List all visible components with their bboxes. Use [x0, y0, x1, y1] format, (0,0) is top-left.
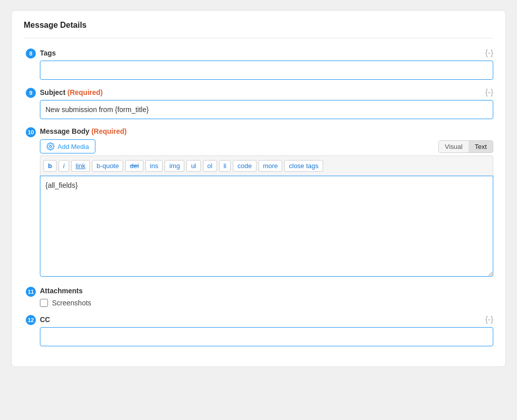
subject-input[interactable] [40, 100, 493, 119]
editor-toolbar-top: Add Media Visual Text [40, 139, 493, 153]
tags-code-icon[interactable]: {-} [485, 48, 493, 58]
tags-section: 8 Tags {-} [40, 48, 493, 80]
step-badge-9: 9 [26, 88, 36, 98]
add-media-button[interactable]: Add Media [40, 139, 95, 153]
cc-label: CC [40, 316, 50, 324]
tags-label: Tags [40, 49, 56, 57]
format-italic-button[interactable]: i [59, 160, 69, 172]
text-view-button[interactable]: Text [469, 141, 493, 152]
format-ins-button[interactable]: ins [145, 160, 163, 172]
attachments-label: Attachments [40, 287, 493, 295]
subject-code-icon[interactable]: {-} [485, 88, 493, 97]
message-body-section: 10 Message Body (Required) Add Media Vis… [40, 127, 493, 279]
tags-input[interactable] [40, 61, 493, 80]
subject-section: 9 Subject (Required) {-} [40, 88, 493, 119]
format-del-button[interactable]: del [125, 160, 143, 172]
format-close-tags-button[interactable]: close tags [284, 160, 323, 172]
message-body-label: Message Body (Required) [40, 127, 127, 135]
subject-label: Subject (Required) [40, 88, 102, 96]
message-body-textarea[interactable]: {all_fields} [40, 176, 493, 277]
screenshots-label: Screenshots [52, 299, 91, 307]
format-ul-button[interactable]: ul [186, 160, 200, 172]
attachments-section: 11 Attachments Screenshots [40, 287, 493, 307]
card-title: Message Details [24, 21, 493, 38]
format-img-button[interactable]: img [165, 160, 184, 172]
step-badge-8: 8 [26, 48, 36, 59]
view-toggle: Visual Text [438, 140, 493, 153]
format-bar: b i link b-quote del ins img ul ol li co… [40, 155, 493, 176]
visual-view-button[interactable]: Visual [439, 141, 469, 152]
screenshots-checkbox[interactable] [40, 299, 48, 307]
step-badge-11: 11 [26, 287, 36, 297]
format-code-button[interactable]: code [233, 160, 256, 172]
step-badge-12: 12 [26, 315, 36, 325]
format-li-button[interactable]: li [219, 160, 231, 172]
format-more-button[interactable]: more [258, 160, 283, 172]
format-bold-button[interactable]: b [43, 160, 57, 172]
format-bquote-button[interactable]: b-quote [92, 160, 123, 172]
format-ol-button[interactable]: ol [203, 160, 217, 172]
cc-code-icon[interactable]: {-} [485, 315, 493, 324]
format-link-button[interactable]: link [71, 160, 90, 172]
screenshots-row: Screenshots [40, 299, 493, 307]
step-badge-10: 10 [26, 127, 36, 137]
add-media-icon [46, 142, 55, 150]
message-details-card: Message Details 8 Tags {-} 9 Subject (Re… [11, 10, 506, 367]
cc-section: 12 CC {-} [40, 315, 493, 346]
svg-point-0 [49, 145, 51, 147]
cc-input[interactable] [40, 327, 493, 346]
